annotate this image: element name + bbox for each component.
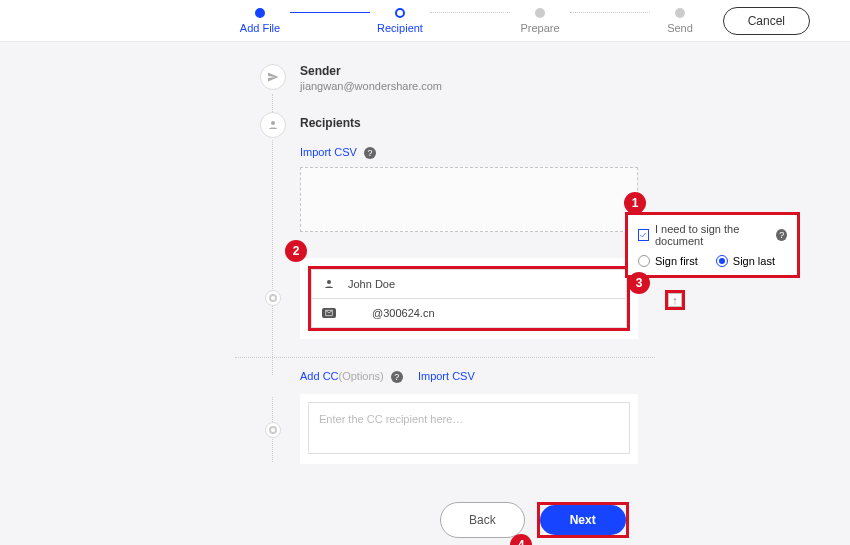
sign-last-option[interactable]: Sign last: [716, 255, 775, 267]
sign-order-row: Sign first Sign last: [638, 255, 787, 267]
nav-buttons: Back Next: [440, 502, 629, 538]
person-icon: [267, 119, 279, 131]
ring-icon: [269, 294, 277, 302]
recipients-title: Recipients: [300, 116, 361, 130]
sender-section: Sender jiangwan@wondershare.com: [300, 64, 442, 92]
import-csv-row: Import CSV ?: [300, 146, 376, 159]
need-sign-checkbox[interactable]: [638, 229, 649, 241]
back-button[interactable]: Back: [440, 502, 525, 538]
radio-icon: [638, 255, 650, 267]
cc-card: Enter the CC recipient here…: [300, 394, 638, 464]
import-csv-link[interactable]: Import CSV: [300, 146, 357, 158]
cc-order-node: [265, 422, 281, 438]
svg-point-0: [271, 121, 275, 125]
recipient-card: John Doe @300624.cn: [300, 258, 638, 339]
vertical-connector: [272, 140, 273, 375]
recipient-timeline: 2 3 Sender jiangwan@wondershare.com Reci…: [260, 62, 660, 545]
arrow-up-icon: ↑: [668, 293, 682, 307]
help-icon[interactable]: ?: [776, 229, 787, 241]
step-recipient[interactable]: Recipient: [370, 8, 430, 34]
check-icon: [639, 231, 647, 239]
recipient-email-value: @300624.cn: [372, 307, 435, 319]
step-dot-icon: [255, 8, 265, 18]
header-bar: Add File Recipient Prepare Send Cancel: [0, 0, 850, 42]
help-icon[interactable]: ?: [391, 371, 403, 383]
add-cc-row: Add CC(Options) ? Import CSV: [300, 370, 475, 383]
cc-recipient-input[interactable]: Enter the CC recipient here…: [308, 402, 630, 454]
step-add-file[interactable]: Add File: [230, 8, 290, 34]
sign-first-option[interactable]: Sign first: [638, 255, 698, 267]
progress-stepper: Add File Recipient Prepare Send: [230, 8, 710, 34]
move-up-button[interactable]: ↑: [665, 290, 685, 310]
next-button-highlight: Next: [537, 502, 629, 538]
annotation-2: 2: [285, 240, 307, 262]
ring-icon: [269, 426, 277, 434]
step-label: Add File: [240, 22, 280, 34]
add-cc-link[interactable]: Add CC: [300, 370, 339, 382]
csv-dropzone[interactable]: [300, 167, 638, 232]
sender-email: jiangwan@wondershare.com: [300, 80, 442, 92]
cc-options-label: (Options): [339, 370, 384, 382]
recipient-fields-highlight: John Doe @300624.cn: [308, 266, 630, 331]
sign-last-label: Sign last: [733, 255, 775, 267]
step-dot-icon: [535, 8, 545, 18]
paper-plane-icon: [267, 71, 279, 83]
step-label: Send: [667, 22, 693, 34]
step-connector: [290, 12, 370, 13]
cancel-button[interactable]: Cancel: [723, 7, 810, 35]
recipient-email-field[interactable]: @300624.cn: [311, 298, 627, 328]
recipient-order-node: [265, 290, 281, 306]
next-button[interactable]: Next: [540, 505, 626, 535]
horizontal-divider: [235, 357, 655, 358]
cc-import-csv-link[interactable]: Import CSV: [418, 370, 475, 382]
radio-icon: [716, 255, 728, 267]
content-area: 1 4 2 3 Sender jiangwan@wondershare.com …: [0, 42, 850, 545]
help-icon[interactable]: ?: [364, 147, 376, 159]
annotation-3: 3: [628, 272, 650, 294]
step-prepare[interactable]: Prepare: [510, 8, 570, 34]
step-dot-icon: [675, 8, 685, 18]
need-sign-label: I need to sign the document: [655, 223, 776, 247]
sender-node-icon: [260, 64, 286, 90]
envelope-icon: [322, 308, 336, 318]
step-connector: [430, 12, 510, 13]
person-icon: [322, 278, 336, 290]
need-sign-row[interactable]: I need to sign the document ?: [638, 223, 787, 247]
step-connector: [570, 12, 650, 13]
sender-title: Sender: [300, 64, 442, 78]
sign-first-label: Sign first: [655, 255, 698, 267]
step-label: Prepare: [520, 22, 559, 34]
annotation-1: 1: [624, 192, 646, 214]
recipients-node-icon: [260, 112, 286, 138]
recipient-name-value: John Doe: [348, 278, 395, 290]
step-send[interactable]: Send: [650, 8, 710, 34]
recipient-name-field[interactable]: John Doe: [311, 269, 627, 298]
step-label: Recipient: [377, 22, 423, 34]
svg-point-1: [327, 280, 331, 284]
sign-options-panel: I need to sign the document ? Sign first…: [625, 212, 800, 278]
step-dot-icon: [395, 8, 405, 18]
